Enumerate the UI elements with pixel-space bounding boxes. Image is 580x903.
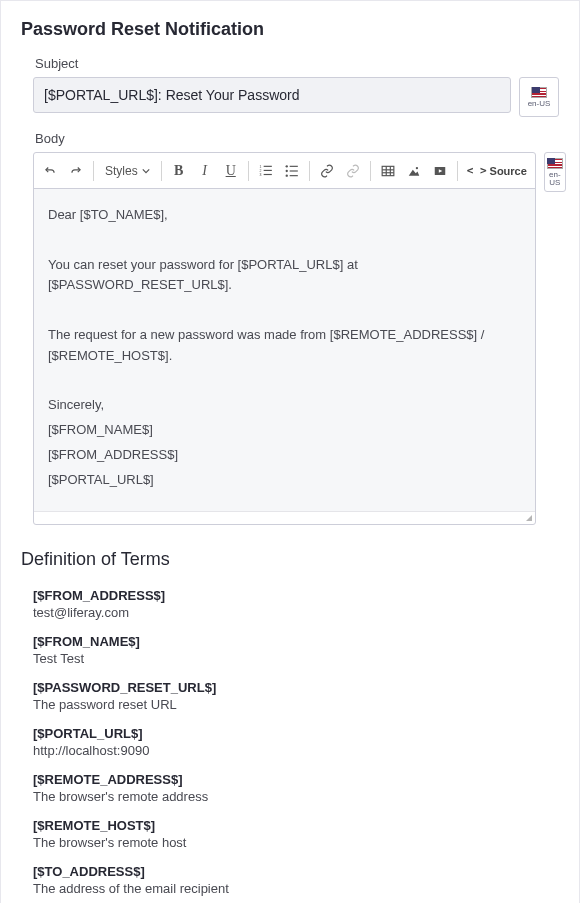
- term-description: The browser's remote host: [33, 835, 559, 850]
- toolbar-separator: [248, 161, 249, 181]
- term-key: [$REMOTE_HOST$]: [33, 818, 559, 833]
- toolbar-separator: [457, 161, 458, 181]
- code-icon: < >: [467, 164, 487, 177]
- locale-button-body[interactable]: en-US: [544, 152, 566, 192]
- toolbar-separator: [93, 161, 94, 181]
- svg-rect-7: [289, 165, 297, 166]
- term-key: [$FROM_NAME$]: [33, 634, 559, 649]
- term-description: The address of the email recipient: [33, 881, 559, 896]
- svg-rect-11: [289, 175, 297, 176]
- svg-rect-3: [263, 169, 271, 170]
- svg-point-8: [285, 169, 287, 171]
- subject-input[interactable]: [33, 77, 511, 113]
- email-greeting: Dear [$TO_NAME$],: [48, 205, 521, 226]
- email-closing3: [$FROM_ADDRESS$]: [48, 445, 521, 466]
- svg-point-6: [285, 165, 287, 167]
- locale-label: en-US: [528, 100, 551, 108]
- link-icon[interactable]: [315, 159, 339, 183]
- term-description: The browser's remote address: [33, 789, 559, 804]
- term-item: [$PORTAL_URL$]http://localhost:9090: [33, 726, 559, 758]
- underline-icon[interactable]: U: [219, 159, 243, 183]
- term-description: http://localhost:9090: [33, 743, 559, 758]
- email-closing2: [$FROM_NAME$]: [48, 420, 521, 441]
- unlink-icon[interactable]: [341, 159, 365, 183]
- editor-body[interactable]: Dear [$TO_NAME$], You can reset your pas…: [34, 189, 535, 512]
- subject-label: Subject: [35, 56, 559, 71]
- email-closing4: [$PORTAL_URL$]: [48, 470, 521, 491]
- email-line1: You can reset your password for [$PORTAL…: [48, 255, 521, 297]
- page-title: Password Reset Notification: [21, 19, 559, 40]
- term-item: [$FROM_NAME$]Test Test: [33, 634, 559, 666]
- flag-icon: [547, 158, 563, 169]
- term-key: [$REMOTE_ADDRESS$]: [33, 772, 559, 787]
- term-description: The password reset URL: [33, 697, 559, 712]
- svg-text:2: 2: [259, 169, 261, 173]
- rich-text-editor: Styles B I U 123: [33, 152, 536, 525]
- italic-icon[interactable]: I: [193, 159, 217, 183]
- ordered-list-icon[interactable]: 123: [254, 159, 278, 183]
- styles-dropdown[interactable]: Styles: [99, 159, 156, 183]
- unordered-list-icon[interactable]: [280, 159, 304, 183]
- locale-button-subject[interactable]: en-US: [519, 77, 559, 117]
- locale-label: en-US: [547, 171, 563, 187]
- svg-point-17: [415, 166, 417, 168]
- svg-text:1: 1: [259, 165, 261, 169]
- svg-point-10: [285, 174, 287, 176]
- body-row: Styles B I U 123: [33, 152, 559, 525]
- image-icon[interactable]: [402, 159, 426, 183]
- term-item: [$FROM_ADDRESS$]test@liferay.com: [33, 588, 559, 620]
- term-key: [$PORTAL_URL$]: [33, 726, 559, 741]
- undo-icon[interactable]: [38, 159, 62, 183]
- source-label: Source: [490, 165, 527, 177]
- svg-text:3: 3: [259, 173, 261, 177]
- flag-icon: [531, 87, 547, 98]
- page-container: Password Reset Notification Subject en-U…: [0, 0, 580, 903]
- body-block: Body Styles B I: [21, 131, 559, 525]
- subject-row: en-US: [33, 77, 559, 117]
- definitions-heading: Definition of Terms: [21, 549, 559, 570]
- svg-rect-12: [382, 166, 394, 175]
- term-key: [$TO_ADDRESS$]: [33, 864, 559, 879]
- term-key: [$PASSWORD_RESET_URL$]: [33, 680, 559, 695]
- chevron-down-icon: [142, 167, 150, 175]
- editor-toolbar: Styles B I U 123: [34, 153, 535, 189]
- term-item: [$REMOTE_HOST$]The browser's remote host: [33, 818, 559, 850]
- svg-rect-1: [263, 165, 271, 166]
- email-line2: The request for a new password was made …: [48, 325, 521, 367]
- source-button[interactable]: < > Source: [463, 159, 531, 183]
- bold-icon[interactable]: B: [167, 159, 191, 183]
- term-description: test@liferay.com: [33, 605, 559, 620]
- subject-block: Subject en-US: [21, 56, 559, 117]
- toolbar-separator: [161, 161, 162, 181]
- redo-icon[interactable]: [64, 159, 88, 183]
- term-description: Test Test: [33, 651, 559, 666]
- body-label: Body: [35, 131, 559, 146]
- table-icon[interactable]: [376, 159, 400, 183]
- resize-handle[interactable]: [34, 512, 535, 524]
- toolbar-separator: [309, 161, 310, 181]
- svg-rect-5: [263, 173, 271, 174]
- svg-rect-9: [289, 170, 297, 171]
- styles-label: Styles: [105, 164, 138, 178]
- term-item: [$REMOTE_ADDRESS$]The browser's remote a…: [33, 772, 559, 804]
- term-item: [$PASSWORD_RESET_URL$]The password reset…: [33, 680, 559, 712]
- term-key: [$FROM_ADDRESS$]: [33, 588, 559, 603]
- terms-list: [$FROM_ADDRESS$]test@liferay.com[$FROM_N…: [21, 588, 559, 903]
- term-item: [$TO_ADDRESS$]The address of the email r…: [33, 864, 559, 896]
- video-icon[interactable]: [428, 159, 452, 183]
- email-closing1: Sincerely,: [48, 395, 521, 416]
- toolbar-separator: [370, 161, 371, 181]
